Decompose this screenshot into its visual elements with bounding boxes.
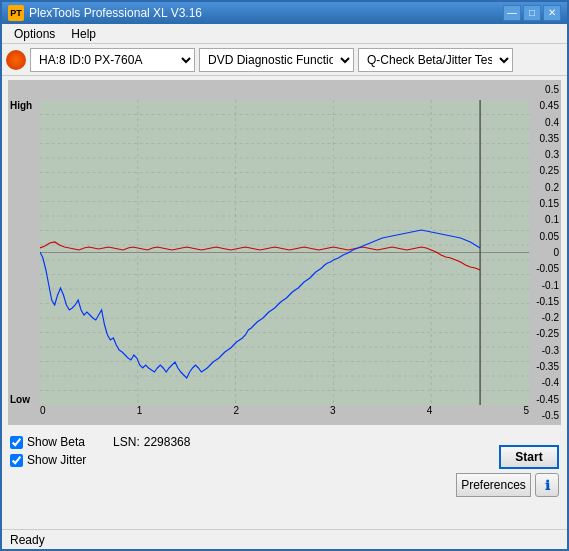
start-button[interactable]: Start: [499, 445, 559, 469]
menu-options[interactable]: Options: [6, 25, 63, 43]
window-title: PlexTools Professional XL V3.16: [29, 6, 202, 20]
menu-bar: Options Help: [2, 24, 567, 44]
title-bar-left: PT PlexTools Professional XL V3.16: [8, 5, 202, 21]
show-jitter-checkbox[interactable]: [10, 454, 23, 467]
show-beta-label: Show Beta: [27, 435, 85, 449]
close-button[interactable]: ✕: [543, 5, 561, 21]
x-axis: 0 1 2 3 4 5: [40, 405, 529, 425]
chart-plot: [40, 100, 529, 405]
info-button[interactable]: ℹ: [535, 473, 559, 497]
function-select[interactable]: DVD Diagnostic Functions: [199, 48, 354, 72]
show-beta-checkbox[interactable]: [10, 436, 23, 449]
show-jitter-label: Show Jitter: [27, 453, 86, 467]
drive-icon: [6, 50, 26, 70]
maximize-button[interactable]: □: [523, 5, 541, 21]
status-bar: Ready: [2, 529, 567, 549]
lsn-area: LSN: 2298368: [113, 435, 190, 449]
lsn-value: 2298368: [144, 435, 191, 449]
buttons-area: Start Preferences ℹ: [456, 445, 559, 497]
app-icon: PT: [8, 5, 24, 21]
minimize-button[interactable]: —: [503, 5, 521, 21]
title-bar: PT PlexTools Professional XL V3.16 — □ ✕: [2, 2, 567, 24]
low-label: Low: [10, 394, 30, 405]
show-beta-checkbox-label[interactable]: Show Beta: [10, 435, 85, 449]
show-jitter-checkbox-label[interactable]: Show Jitter: [10, 453, 86, 467]
y-axis-right: 0.5 0.45 0.4 0.35 0.3 0.25 0.2 0.15 0.1 …: [529, 80, 561, 425]
window: PT PlexTools Professional XL V3.16 — □ ✕…: [0, 0, 569, 551]
prefs-row: Preferences ℹ: [456, 473, 559, 497]
test-select[interactable]: Q-Check Beta/Jitter Test: [358, 48, 513, 72]
status-text: Ready: [10, 533, 45, 547]
preferences-button[interactable]: Preferences: [456, 473, 531, 497]
high-label: High: [10, 100, 32, 111]
chart-svg: [40, 100, 529, 405]
toolbar: HA:8 ID:0 PX-760A DVD Diagnostic Functio…: [2, 44, 567, 76]
drive-select[interactable]: HA:8 ID:0 PX-760A: [30, 48, 195, 72]
chart-area: High Low 0.5 0.45 0.4 0.35 0.3 0.25 0.2 …: [8, 80, 561, 425]
menu-help[interactable]: Help: [63, 25, 104, 43]
window-controls: — □ ✕: [503, 5, 561, 21]
lsn-label: LSN:: [113, 435, 140, 449]
